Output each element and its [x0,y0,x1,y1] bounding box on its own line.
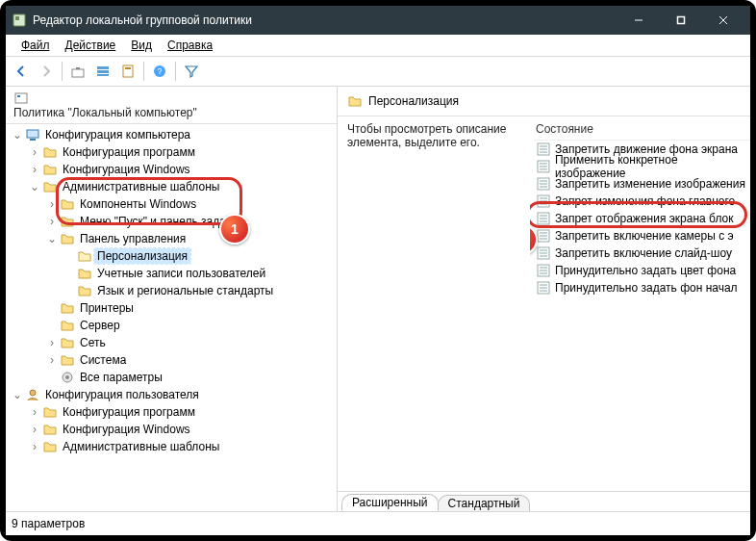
chevron-down-icon[interactable]: ⌄ [46,233,58,245]
properties-button[interactable] [116,61,139,82]
menu-help[interactable]: Справка [162,38,218,53]
tree-item-user-admin-templates[interactable]: ›Административные шаблоны [29,438,337,455]
menubar: Файл Действие Вид Справка [6,35,750,57]
list-item-label: Применить конкретное изображение [555,153,750,180]
status-text: 9 параметров [12,517,85,530]
folder-icon [42,144,58,160]
tree-pane: Политика "Локальный компьютер" ⌄ Конфигу… [6,87,338,511]
chevron-right-icon[interactable]: › [29,424,40,435]
tree-item-lang-regional[interactable]: ›Язык и региональные стандарты [63,282,337,299]
user-icon [25,387,40,402]
list-item[interactable]: Принудительно задать фон начал [534,279,750,296]
chevron-right-icon[interactable]: › [29,441,40,452]
chevron-right-icon[interactable]: › [29,146,40,158]
up-button[interactable] [66,61,89,82]
nav-back-button[interactable] [10,61,33,82]
tree-item-printers[interactable]: ›Принтеры [46,299,337,317]
tree-item-user-conf-programs[interactable]: ›Конфигурация программ [29,403,337,421]
list-item-label: Запрет отображения экрана блок [555,212,733,225]
nav-forward-button[interactable] [35,61,58,82]
list-item[interactable]: Принудительно задать цвет фона [534,262,750,279]
svg-point-19 [65,375,69,379]
list-item[interactable]: Запретить включение камеры с э [534,227,750,245]
tree-item-computer-config[interactable]: ⌄ Конфигурация компьютера [12,126,337,143]
tree-item-admin-templates[interactable]: ⌄Административные шаблоны [29,178,337,195]
chevron-right-icon[interactable]: › [29,406,40,418]
window-title: Редактор локальной групповой политики [33,13,612,27]
menu-file[interactable]: Файл [15,38,56,53]
tree-item-components-windows[interactable]: ›Компоненты Windows [46,195,337,213]
policy-setting-icon [536,245,551,261]
svg-rect-15 [17,95,20,97]
list-view-button[interactable] [91,61,114,82]
tree-item-network[interactable]: ›Сеть [46,334,337,351]
computer-icon [25,127,40,142]
list-item[interactable]: Применить конкретное изображение [534,158,750,175]
folder-icon [60,335,75,350]
chevron-right-icon[interactable]: › [46,198,58,210]
maximize-button[interactable] [660,6,702,35]
svg-rect-1 [15,16,19,20]
list-item-label: Принудительно задать фон начал [555,281,738,295]
list-item-label: Запретить включение камеры с э [555,229,734,243]
tree-item-start-menu[interactable]: ›Меню "Пуск" и панель задач [46,213,337,230]
tree-item-user-config[interactable]: ⌄Конфигурация пользователя [12,386,337,403]
annotation-badge-1: 1 [219,214,250,245]
column-header-state[interactable]: Состояние [534,118,750,140]
folder-icon [60,318,75,333]
chevron-down-icon[interactable]: ⌄ [29,181,40,193]
list-item[interactable]: Запретить изменение изображения [534,175,750,193]
folder-icon [42,162,58,177]
tree-item-all-params[interactable]: ›Все параметры [46,369,337,386]
chevron-right-icon[interactable]: › [46,216,58,227]
menu-view[interactable]: Вид [125,38,158,53]
tree-item-user-conf-windows[interactable]: ›Конфигурация Windows [29,421,337,438]
help-button[interactable]: ? [148,61,171,82]
tree-view[interactable]: ⌄ Конфигурация компьютера ›Конфигурация … [6,124,337,511]
folder-icon [77,283,92,298]
content-area: Политика "Локальный компьютер" ⌄ Конфигу… [6,87,750,511]
folder-icon [42,404,58,420]
list-item[interactable]: Запрет отображения экрана блок [534,210,750,227]
settings-icon [60,370,75,385]
svg-rect-3 [678,17,685,24]
list-item[interactable]: Запрет изменения фона главного [534,193,750,210]
chevron-right-icon[interactable]: › [46,354,58,366]
settings-list[interactable]: Состояние Запретить движение фона экрана… [530,116,750,491]
menu-action[interactable]: Действие [60,38,122,53]
folder-icon [60,352,75,368]
list-item-label: Запрет изменения фона главного [555,194,735,208]
policy-setting-icon [536,228,551,244]
policy-setting-icon [536,193,551,209]
view-tabs: Расширенный Стандартный [338,491,750,511]
list-item-label: Запретить изменение изображения [555,177,745,191]
tree-item-personalization[interactable]: ›Персонализация [63,247,337,265]
tree-item-conf-windows[interactable]: ›Конфигурация Windows [29,161,337,178]
filter-button[interactable] [180,61,203,82]
chevron-right-icon[interactable]: › [46,337,58,348]
folder-icon [42,439,58,454]
policy-setting-icon [536,211,551,226]
list-item-label: Запретить включение слайд-шоу [555,246,732,260]
minimize-button[interactable] [617,6,660,35]
tree-item-user-accounts[interactable]: ›Учетные записи пользователей [63,265,337,282]
description-column: Чтобы просмотреть описание элемента, выд… [338,116,530,491]
list-item[interactable]: Запретить включение слайд-шоу [534,245,750,262]
svg-rect-11 [125,67,131,69]
details-header: Персонализация [338,87,750,116]
tree-item-control-panel[interactable]: ⌄Панель управления [46,230,337,247]
tab-standard[interactable]: Стандартный [438,495,531,511]
tab-extended[interactable]: Расширенный [341,494,439,511]
chevron-down-icon[interactable]: ⌄ [12,129,23,141]
close-button[interactable] [702,6,744,35]
folder-icon [42,422,58,437]
toolbar: ? [6,57,750,87]
details-pane: Персонализация Чтобы просмотреть описани… [338,87,750,511]
folder-icon [60,196,75,212]
tree-item-system[interactable]: ›Система [46,351,337,369]
chevron-down-icon[interactable]: ⌄ [12,389,23,400]
titlebar: Редактор локальной групповой политики [6,6,750,35]
tree-item-server[interactable]: ›Сервер [46,317,337,334]
tree-item-conf-programs[interactable]: ›Конфигурация программ [29,143,337,161]
chevron-right-icon[interactable]: › [29,164,40,175]
